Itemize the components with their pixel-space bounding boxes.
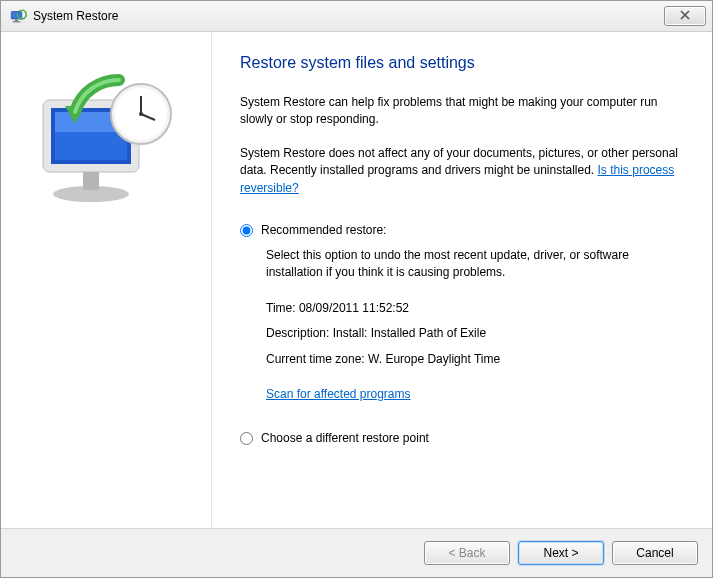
option-recommended-description: Select this option to undo the most rece… bbox=[266, 247, 684, 282]
restore-timezone-value: W. Europe Daylight Time bbox=[368, 352, 500, 366]
option-different-label: Choose a different restore point bbox=[261, 431, 429, 445]
intro-paragraph-2: System Restore does not affect any of yo… bbox=[240, 145, 684, 197]
system-restore-window: System Restore bbox=[0, 0, 713, 578]
option-recommended[interactable]: Recommended restore: bbox=[240, 223, 684, 237]
content-area: Restore system files and settings System… bbox=[1, 32, 712, 528]
restore-timezone-label: Current time zone: bbox=[266, 352, 365, 366]
cancel-button[interactable]: Cancel bbox=[612, 541, 698, 565]
restore-time-value: 08/09/2011 11:52:52 bbox=[299, 301, 409, 315]
system-restore-icon bbox=[9, 7, 27, 25]
svg-rect-2 bbox=[13, 21, 21, 22]
window-title: System Restore bbox=[33, 9, 664, 23]
restore-description-row: Description: Install: Installed Path of … bbox=[266, 325, 684, 342]
restore-time-label: Time: bbox=[266, 301, 296, 315]
titlebar: System Restore bbox=[1, 1, 712, 32]
svg-rect-1 bbox=[15, 20, 18, 22]
restore-description-label: Description: bbox=[266, 326, 329, 340]
options-group: Recommended restore: Select this option … bbox=[240, 223, 684, 445]
footer: < Back Next > Cancel bbox=[1, 528, 712, 577]
svg-point-13 bbox=[139, 112, 143, 116]
page-heading: Restore system files and settings bbox=[240, 54, 684, 72]
option-different-radio[interactable] bbox=[240, 432, 253, 445]
scan-affected-programs-link[interactable]: Scan for affected programs bbox=[266, 387, 411, 401]
restore-illustration-icon bbox=[21, 62, 191, 215]
dialog-body: Restore system files and settings System… bbox=[1, 32, 712, 577]
svg-rect-4 bbox=[83, 170, 99, 190]
option-different[interactable]: Choose a different restore point bbox=[240, 431, 684, 445]
intro-paragraph-1: System Restore can help fix problems tha… bbox=[240, 94, 684, 129]
restore-time-row: Time: 08/09/2011 11:52:52 bbox=[266, 300, 684, 317]
option-recommended-details: Select this option to undo the most rece… bbox=[266, 247, 684, 403]
back-button[interactable]: < Back bbox=[424, 541, 510, 565]
close-button[interactable] bbox=[664, 6, 706, 26]
option-recommended-radio[interactable] bbox=[240, 224, 253, 237]
restore-timezone-row: Current time zone: W. Europe Daylight Ti… bbox=[266, 351, 684, 368]
main-panel: Restore system files and settings System… bbox=[211, 32, 712, 528]
svg-rect-0 bbox=[11, 12, 22, 20]
close-icon bbox=[680, 9, 690, 23]
option-recommended-label: Recommended restore: bbox=[261, 223, 386, 237]
next-button[interactable]: Next > bbox=[518, 541, 604, 565]
sidebar bbox=[1, 32, 211, 528]
restore-description-value: Install: Installed Path of Exile bbox=[333, 326, 486, 340]
